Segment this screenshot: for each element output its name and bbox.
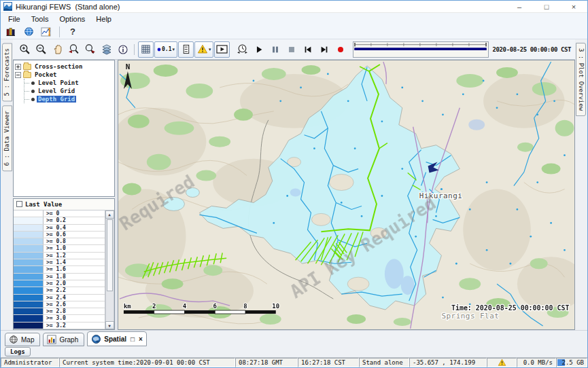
bullet-icon [31,98,35,101]
tree-item-label: Cross-section [33,63,84,70]
chevron-down-icon: ▾ [172,47,175,52]
layers-button[interactable] [99,41,114,58]
maximize-icon[interactable]: □ [533,1,560,12]
menu-tools[interactable]: Tools [27,14,54,24]
menu-help[interactable]: Help [91,14,116,24]
zoom-next-button[interactable] [82,41,98,58]
legend-scrollbar[interactable]: ▲ ▼ [105,210,114,329]
pan-hand-icon [52,44,63,55]
skip-to-end-button[interactable] [316,41,332,58]
globe-icon [24,26,34,37]
legend-row: >= 0.8 [14,238,105,245]
map-canvas[interactable]: Hikurangi Springs Flat API Key Required … [118,60,575,330]
last-value-checkbox[interactable] [16,201,22,207]
panel-close-icon[interactable]: × [139,335,143,343]
bar-chart-icon [47,335,56,344]
scale-bar-toggle-button[interactable] [178,41,194,58]
warning-threshold-dropdown[interactable]: ▾ [194,41,214,58]
zoom-in-button[interactable] [17,41,33,58]
scrollbar-track[interactable] [105,219,114,321]
grid-toggle-button[interactable] [138,41,154,58]
movie-player-button[interactable] [214,41,230,58]
legend-label: >= 2.2 [44,287,66,293]
legend-row: >= 1.2 [14,253,105,259]
expand-icon[interactable] [15,64,21,70]
timeline-slider[interactable] [353,41,488,58]
menu-bar: File Tools Options Help [1,13,587,24]
database-icon [5,26,16,37]
svg-text:N: N [125,62,130,71]
zoom-out-button[interactable] [33,41,49,58]
scroll-down-icon[interactable]: ▼ [105,321,114,329]
scroll-up-icon[interactable]: ▲ [105,210,114,219]
skip-start-icon [303,45,313,54]
record-icon [336,45,345,54]
grid-icon [141,44,151,54]
timeseries-display-button[interactable] [39,25,54,39]
chevron-down-icon: ▾ [209,47,211,52]
wireframe-globe-icon [9,335,18,344]
map-toolbar: 0.1 ▾ ▾ [13,39,575,60]
help-icon: ? [70,26,75,37]
legend-label: >= 3.2 [44,323,66,329]
skip-to-start-button[interactable] [300,41,315,58]
legend-row: >= 1.6 [14,266,105,273]
legend-swatch [14,259,44,265]
pause-button[interactable] [267,41,283,58]
help-button[interactable]: ? [65,25,80,39]
contour-interval-dropdown[interactable]: 0.1 ▾ [154,41,177,58]
pan-button[interactable] [50,41,65,58]
legend-row: >= 3.0 [14,315,105,322]
svg-text:6: 6 [213,303,216,310]
legend-label: >= 0 [44,210,59,217]
movie-icon [216,44,228,54]
bullet-icon [31,90,35,93]
legend-swatch [14,323,44,329]
folder-icon [23,64,31,70]
legend-swatch [14,253,44,259]
tree-item-pocket[interactable]: Pocket [15,71,113,79]
legend-swatch [14,232,44,238]
legend-swatch [14,238,44,244]
tab-forecasts[interactable]: 5 : Forecasts [2,43,12,101]
legend-swatch [14,295,44,301]
svg-text:2: 2 [152,303,156,310]
bullet-icon [31,81,35,85]
tree-connector [24,91,29,92]
minimize-icon[interactable]: – [506,1,533,12]
logs-button[interactable]: Logs [5,347,31,356]
tree-item-cross-section[interactable]: Cross-section [15,62,113,71]
stop-button[interactable] [283,41,299,58]
spatial-display-button[interactable] [21,25,36,39]
database-display-button[interactable] [3,25,18,39]
info-button[interactable] [115,41,131,58]
tab-data-viewer[interactable]: 6 : Data Viewer [2,105,12,171]
animation-clock-button[interactable] [235,41,250,58]
tab-map[interactable]: Map [5,333,40,346]
tab-graph[interactable]: Graph [43,333,84,346]
tree-item-level-grid[interactable]: Level Grid [24,87,113,95]
zoom-previous-button[interactable] [66,41,82,58]
play-icon [254,45,264,54]
status-system-time: Current system time:2020-09-01 00:00 CST [59,358,235,367]
scrollbar-thumb[interactable] [107,219,113,291]
tab-spatial[interactable]: Spatial □ × [87,331,147,346]
tree-item-depth-grid[interactable]: Depth Grid [24,95,113,103]
tree-item-level-point[interactable]: Level Point [24,79,113,87]
timeline-ruler [353,42,487,52]
collapse-icon[interactable] [15,72,21,78]
svg-text:8: 8 [243,303,247,310]
record-button[interactable] [332,41,348,58]
layers-icon [101,44,112,55]
menu-options[interactable]: Options [54,14,90,24]
panel-maximize-icon[interactable]: □ [131,335,135,343]
legend-label: >= 2.8 [44,308,66,314]
legend-label: >= 0.4 [44,225,66,231]
close-icon[interactable]: × [560,1,587,12]
menu-file[interactable]: File [3,14,25,24]
play-button[interactable] [251,41,266,58]
tab-plot-overview[interactable]: 3 : Plot Overview [576,43,586,116]
status-coordinates: -35.657 , 174.199 [409,358,487,367]
legend-row: >= 2.4 [14,295,105,301]
legend-swatch [14,315,44,321]
